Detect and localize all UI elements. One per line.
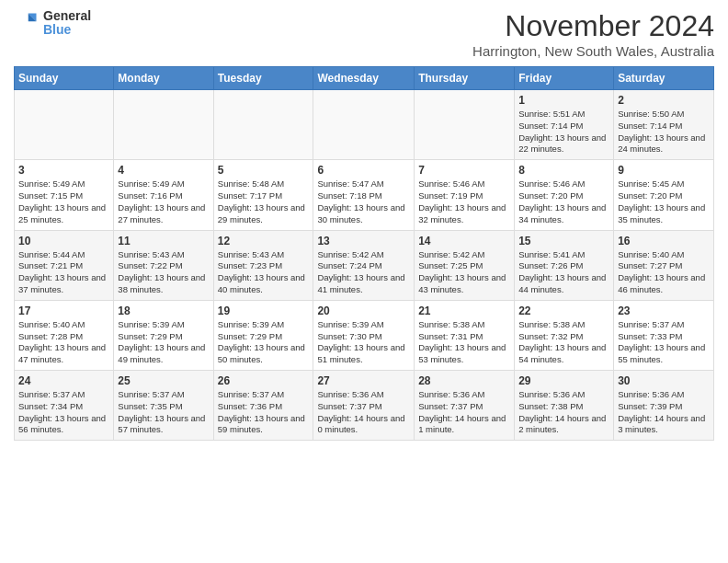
- calendar-cell: 28Sunrise: 5:36 AM Sunset: 7:37 PM Dayli…: [415, 371, 515, 441]
- day-info: Sunrise: 5:39 AM Sunset: 7:30 PM Dayligh…: [317, 319, 410, 366]
- calendar-cell: [415, 90, 515, 160]
- day-number: 14: [418, 235, 510, 247]
- calendar-cell: [313, 90, 415, 160]
- calendar-cell: [213, 90, 313, 160]
- day-number: 27: [317, 374, 410, 387]
- day-info: Sunrise: 5:47 AM Sunset: 7:18 PM Dayligh…: [317, 178, 410, 225]
- day-info: Sunrise: 5:42 AM Sunset: 7:24 PM Dayligh…: [317, 249, 410, 296]
- day-info: Sunrise: 5:36 AM Sunset: 7:37 PM Dayligh…: [418, 389, 510, 436]
- day-number: 8: [518, 164, 609, 177]
- day-info: Sunrise: 5:36 AM Sunset: 7:39 PM Dayligh…: [618, 389, 710, 436]
- day-number: 28: [418, 374, 510, 387]
- day-info: Sunrise: 5:48 AM Sunset: 7:17 PM Dayligh…: [218, 178, 310, 225]
- day-info: Sunrise: 5:38 AM Sunset: 7:32 PM Dayligh…: [518, 319, 609, 366]
- day-number: 6: [317, 164, 410, 177]
- calendar-cell: 19Sunrise: 5:39 AM Sunset: 7:29 PM Dayli…: [213, 300, 313, 370]
- calendar-cell: 22Sunrise: 5:38 AM Sunset: 7:32 PM Dayli…: [515, 300, 614, 370]
- day-number: 15: [518, 235, 609, 247]
- day-number: 13: [317, 235, 410, 247]
- day-number: 16: [618, 235, 710, 247]
- calendar-cell: 6Sunrise: 5:47 AM Sunset: 7:18 PM Daylig…: [313, 160, 415, 230]
- day-info: Sunrise: 5:49 AM Sunset: 7:15 PM Dayligh…: [18, 178, 109, 225]
- day-info: Sunrise: 5:50 AM Sunset: 7:14 PM Dayligh…: [618, 109, 710, 155]
- weekday-header: Tuesday: [213, 67, 313, 90]
- day-info: Sunrise: 5:40 AM Sunset: 7:27 PM Dayligh…: [618, 249, 710, 296]
- day-info: Sunrise: 5:39 AM Sunset: 7:29 PM Dayligh…: [218, 319, 310, 366]
- calendar-week-row: 24Sunrise: 5:37 AM Sunset: 7:34 PM Dayli…: [15, 371, 714, 441]
- day-number: 10: [18, 235, 109, 247]
- calendar-cell: 16Sunrise: 5:40 AM Sunset: 7:27 PM Dayli…: [614, 230, 714, 300]
- calendar-cell: 1Sunrise: 5:51 AM Sunset: 7:14 PM Daylig…: [515, 90, 614, 160]
- calendar-cell: 12Sunrise: 5:43 AM Sunset: 7:23 PM Dayli…: [213, 230, 313, 300]
- calendar-cell: 14Sunrise: 5:42 AM Sunset: 7:25 PM Dayli…: [415, 230, 515, 300]
- calendar-cell: 21Sunrise: 5:38 AM Sunset: 7:31 PM Dayli…: [415, 300, 515, 370]
- weekday-header: Saturday: [614, 67, 714, 90]
- day-number: 5: [218, 164, 310, 177]
- day-info: Sunrise: 5:49 AM Sunset: 7:16 PM Dayligh…: [118, 178, 209, 225]
- calendar-cell: 10Sunrise: 5:44 AM Sunset: 7:21 PM Dayli…: [15, 230, 114, 300]
- day-number: 11: [118, 235, 209, 247]
- logo: General Blue: [14, 9, 91, 38]
- day-number: 22: [518, 304, 609, 317]
- day-info: Sunrise: 5:37 AM Sunset: 7:33 PM Dayligh…: [618, 319, 710, 366]
- day-number: 7: [418, 164, 510, 177]
- day-info: Sunrise: 5:43 AM Sunset: 7:23 PM Dayligh…: [218, 249, 310, 296]
- day-info: Sunrise: 5:43 AM Sunset: 7:22 PM Dayligh…: [118, 249, 209, 296]
- day-number: 21: [418, 304, 510, 317]
- calendar-cell: [15, 90, 114, 160]
- calendar-cell: 15Sunrise: 5:41 AM Sunset: 7:26 PM Dayli…: [515, 230, 614, 300]
- day-number: 26: [218, 374, 310, 387]
- calendar-cell: 9Sunrise: 5:45 AM Sunset: 7:20 PM Daylig…: [614, 160, 714, 230]
- calendar-cell: 24Sunrise: 5:37 AM Sunset: 7:34 PM Dayli…: [15, 371, 114, 441]
- calendar-week-row: 10Sunrise: 5:44 AM Sunset: 7:21 PM Dayli…: [15, 230, 714, 300]
- calendar-cell: 20Sunrise: 5:39 AM Sunset: 7:30 PM Dayli…: [313, 300, 415, 370]
- calendar-cell: 3Sunrise: 5:49 AM Sunset: 7:15 PM Daylig…: [15, 160, 114, 230]
- day-info: Sunrise: 5:46 AM Sunset: 7:19 PM Dayligh…: [418, 178, 510, 225]
- day-number: 3: [18, 164, 109, 177]
- day-info: Sunrise: 5:44 AM Sunset: 7:21 PM Dayligh…: [18, 249, 109, 296]
- calendar-table: SundayMondayTuesdayWednesdayThursdayFrid…: [14, 66, 714, 441]
- logo-text: General Blue: [43, 9, 91, 38]
- day-number: 29: [518, 374, 609, 387]
- calendar-cell: 25Sunrise: 5:37 AM Sunset: 7:35 PM Dayli…: [114, 371, 213, 441]
- calendar-cell: 18Sunrise: 5:39 AM Sunset: 7:29 PM Dayli…: [114, 300, 213, 370]
- day-number: 4: [118, 164, 209, 177]
- calendar-cell: 13Sunrise: 5:42 AM Sunset: 7:24 PM Dayli…: [313, 230, 415, 300]
- day-info: Sunrise: 5:51 AM Sunset: 7:14 PM Dayligh…: [518, 109, 609, 155]
- calendar-cell: [114, 90, 213, 160]
- day-number: 17: [18, 304, 109, 317]
- logo-general: General: [43, 9, 91, 23]
- day-info: Sunrise: 5:36 AM Sunset: 7:38 PM Dayligh…: [518, 389, 609, 436]
- day-info: Sunrise: 5:45 AM Sunset: 7:20 PM Dayligh…: [618, 178, 710, 225]
- day-number: 18: [118, 304, 209, 317]
- day-number: 20: [317, 304, 410, 317]
- month-title: November 2024: [472, 9, 714, 43]
- weekday-header: Thursday: [415, 67, 515, 90]
- day-number: 12: [218, 235, 310, 247]
- day-number: 1: [518, 94, 609, 107]
- day-number: 19: [218, 304, 310, 317]
- calendar-cell: 11Sunrise: 5:43 AM Sunset: 7:22 PM Dayli…: [114, 230, 213, 300]
- calendar-week-row: 17Sunrise: 5:40 AM Sunset: 7:28 PM Dayli…: [15, 300, 714, 370]
- calendar-cell: 17Sunrise: 5:40 AM Sunset: 7:28 PM Dayli…: [15, 300, 114, 370]
- calendar-cell: 30Sunrise: 5:36 AM Sunset: 7:39 PM Dayli…: [614, 371, 714, 441]
- calendar-week-row: 1Sunrise: 5:51 AM Sunset: 7:14 PM Daylig…: [15, 90, 714, 160]
- calendar-cell: 7Sunrise: 5:46 AM Sunset: 7:19 PM Daylig…: [415, 160, 515, 230]
- calendar-cell: 8Sunrise: 5:46 AM Sunset: 7:20 PM Daylig…: [515, 160, 614, 230]
- calendar-cell: 2Sunrise: 5:50 AM Sunset: 7:14 PM Daylig…: [614, 90, 714, 160]
- day-number: 24: [18, 374, 109, 387]
- weekday-header: Sunday: [15, 67, 114, 90]
- day-number: 23: [618, 304, 710, 317]
- calendar-cell: 27Sunrise: 5:36 AM Sunset: 7:37 PM Dayli…: [313, 371, 415, 441]
- calendar-week-row: 3Sunrise: 5:49 AM Sunset: 7:15 PM Daylig…: [15, 160, 714, 230]
- location-title: Harrington, New South Wales, Australia: [472, 43, 714, 59]
- day-number: 25: [118, 374, 209, 387]
- logo-icon: [14, 10, 40, 36]
- calendar-cell: 23Sunrise: 5:37 AM Sunset: 7:33 PM Dayli…: [614, 300, 714, 370]
- weekday-header: Monday: [114, 67, 213, 90]
- day-info: Sunrise: 5:37 AM Sunset: 7:36 PM Dayligh…: [218, 389, 310, 436]
- day-number: 2: [618, 94, 710, 107]
- calendar-cell: 29Sunrise: 5:36 AM Sunset: 7:38 PM Dayli…: [515, 371, 614, 441]
- day-info: Sunrise: 5:38 AM Sunset: 7:31 PM Dayligh…: [418, 319, 510, 366]
- weekday-header: Friday: [515, 67, 614, 90]
